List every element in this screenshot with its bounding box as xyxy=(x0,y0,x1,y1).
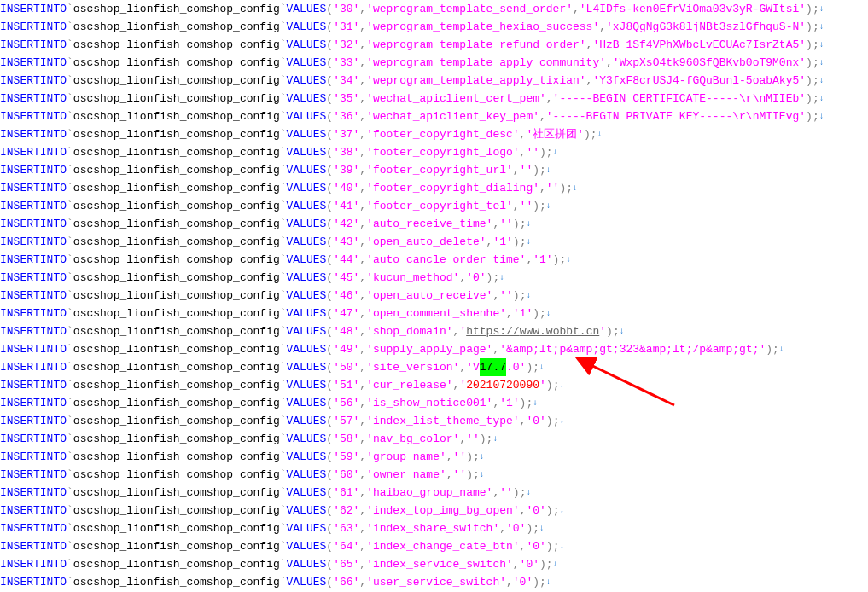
config-value: '-----BEGIN PRIVATE KEY-----\r\nMIIEvg' xyxy=(546,107,806,125)
values-keyword: VALUES xyxy=(287,197,327,215)
table-name: oscshop_lionfish_comshop_config xyxy=(73,322,280,340)
config-key: 'footer_copyright_desc' xyxy=(366,125,519,143)
newline-marker: ↓ xyxy=(553,555,558,573)
table-name: oscshop_lionfish_comshop_config xyxy=(73,573,280,591)
insert-keyword: INSERT xyxy=(0,197,40,215)
newline-marker: ↓ xyxy=(526,233,531,251)
insert-keyword: INSERT xyxy=(0,269,40,287)
table-name: oscshop_lionfish_comshop_config xyxy=(73,484,280,502)
insert-keyword: INSERT xyxy=(0,72,40,90)
into-keyword: INTO xyxy=(40,502,67,519)
config-key: 'owner_name' xyxy=(366,466,446,484)
sql-line: INSERT INTO `oscshop_lionfish_comshop_co… xyxy=(0,502,868,519)
config-value: '0' xyxy=(466,269,486,287)
newline-marker: ↓ xyxy=(526,287,531,305)
values-keyword: VALUES xyxy=(287,376,327,394)
config-value: 'WxpXsO4tk960SfQBKvb0oT9M0nx' xyxy=(613,54,806,72)
config-key: 'open_auto_delete' xyxy=(366,233,486,251)
values-keyword: VALUES xyxy=(287,72,327,90)
table-name: oscshop_lionfish_comshop_config xyxy=(73,305,280,322)
into-keyword: INTO xyxy=(40,287,67,305)
newline-marker: ↓ xyxy=(559,376,564,394)
table-name: oscshop_lionfish_comshop_config xyxy=(73,340,280,358)
newline-marker: ↓ xyxy=(559,412,564,430)
table-name: oscshop_lionfish_comshop_config xyxy=(73,72,280,90)
insert-keyword: INSERT xyxy=(0,0,40,18)
values-keyword: VALUES xyxy=(287,125,327,143)
row-id: '46' xyxy=(333,287,359,305)
config-value: ' xyxy=(599,322,606,340)
config-key: 'supply_apply_page' xyxy=(366,340,492,358)
sql-line: INSERT INTO `oscshop_lionfish_comshop_co… xyxy=(0,537,868,555)
newline-marker: ↓ xyxy=(546,161,551,179)
row-id: '63' xyxy=(333,519,359,537)
domain-watermark: www.wobbt.cn xyxy=(520,322,600,340)
sql-line: INSERT INTO `oscshop_lionfish_comshop_co… xyxy=(0,36,868,54)
sql-line: INSERT INTO `oscshop_lionfish_comshop_co… xyxy=(0,251,868,269)
table-name: oscshop_lionfish_comshop_config xyxy=(73,466,280,484)
newline-marker: ↓ xyxy=(533,394,538,412)
insert-keyword: INSERT xyxy=(0,251,40,269)
newline-marker: ↓ xyxy=(819,107,824,125)
table-name: oscshop_lionfish_comshop_config xyxy=(73,448,280,466)
config-value: ' xyxy=(577,125,584,143)
table-name: oscshop_lionfish_comshop_config xyxy=(73,358,280,376)
config-value: '' xyxy=(453,448,467,466)
config-value: '' xyxy=(499,287,513,305)
newline-marker: ↓ xyxy=(526,484,531,502)
config-key: 'weprogram_template_hexiao_success' xyxy=(366,18,599,36)
config-value: ' xyxy=(539,376,546,394)
config-value: ' xyxy=(459,322,466,340)
sql-line: INSERT INTO `oscshop_lionfish_comshop_co… xyxy=(0,143,868,161)
into-keyword: INTO xyxy=(40,340,67,358)
insert-keyword: INSERT xyxy=(0,161,40,179)
values-keyword: VALUES xyxy=(287,519,327,537)
values-keyword: VALUES xyxy=(287,0,327,18)
insert-keyword: INSERT xyxy=(0,358,40,376)
table-name: oscshop_lionfish_comshop_config xyxy=(73,519,280,537)
insert-keyword: INSERT xyxy=(0,502,40,519)
config-key: 'weprogram_template_apply_community' xyxy=(366,54,606,72)
sql-line: INSERT INTO `oscshop_lionfish_comshop_co… xyxy=(0,573,868,591)
config-key: 'footer_copyright_dialing' xyxy=(366,179,539,197)
into-keyword: INTO xyxy=(40,484,67,502)
row-id: '50' xyxy=(333,358,359,376)
into-keyword: INTO xyxy=(40,305,67,322)
row-id: '40' xyxy=(333,179,359,197)
table-name: oscshop_lionfish_comshop_config xyxy=(73,394,280,412)
config-key: 'group_name' xyxy=(366,448,446,466)
insert-keyword: INSERT xyxy=(0,573,40,591)
into-keyword: INTO xyxy=(40,54,67,72)
newline-marker: ↓ xyxy=(819,18,824,36)
table-name: oscshop_lionfish_comshop_config xyxy=(73,18,280,36)
config-key: 'weprogram_template_refund_order' xyxy=(366,36,585,54)
config-value: '' xyxy=(520,197,533,215)
sql-line: INSERT INTO `oscshop_lionfish_comshop_co… xyxy=(0,412,868,430)
row-id: '38' xyxy=(333,143,359,161)
values-keyword: VALUES xyxy=(287,36,327,54)
values-keyword: VALUES xyxy=(287,54,327,72)
config-key: 'index_share_switch' xyxy=(366,519,499,537)
sql-line: INSERT INTO `oscshop_lionfish_comshop_co… xyxy=(0,484,868,502)
into-keyword: INTO xyxy=(40,72,67,90)
config-key: 'index_service_switch' xyxy=(366,555,513,573)
newline-marker: ↓ xyxy=(779,340,784,358)
sql-line: INSERT INTO `oscshop_lionfish_comshop_co… xyxy=(0,322,868,340)
row-id: '33' xyxy=(333,54,359,72)
newline-marker: ↓ xyxy=(620,322,625,340)
newline-marker: ↓ xyxy=(819,72,824,90)
values-keyword: VALUES xyxy=(287,340,327,358)
values-keyword: VALUES xyxy=(287,430,327,448)
into-keyword: INTO xyxy=(40,448,67,466)
table-name: oscshop_lionfish_comshop_config xyxy=(73,179,280,197)
insert-keyword: INSERT xyxy=(0,90,40,107)
into-keyword: INTO xyxy=(40,107,67,125)
row-id: '37' xyxy=(333,125,359,143)
config-key: 'wechat_apiclient_key_pem' xyxy=(366,107,539,125)
sql-line: INSERT INTO `oscshop_lionfish_comshop_co… xyxy=(0,0,868,18)
insert-keyword: INSERT xyxy=(0,430,40,448)
values-keyword: VALUES xyxy=(287,412,327,430)
values-keyword: VALUES xyxy=(287,161,327,179)
newline-marker: ↓ xyxy=(546,305,551,322)
config-key: 'weprogram_template_apply_tixian' xyxy=(366,72,585,90)
